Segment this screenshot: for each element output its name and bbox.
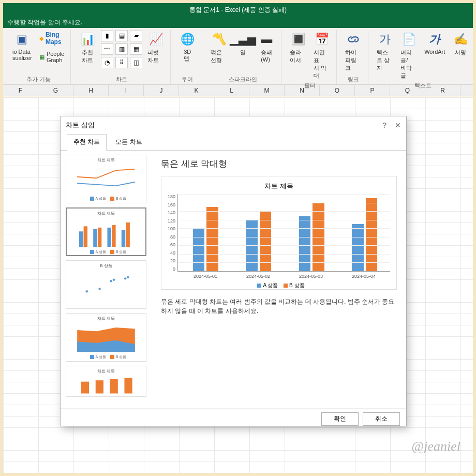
links-group-label: 링크 xyxy=(343,75,364,84)
slicer-button[interactable]: 🔳슬라이서 xyxy=(288,30,308,65)
svg-point-10 xyxy=(110,280,112,282)
pivot-chart-button[interactable]: 📈 피벗 차트 xyxy=(145,30,166,65)
column-header[interactable]: N xyxy=(285,85,320,96)
column-header[interactable]: M xyxy=(249,85,285,96)
thumb-clustered-column[interactable]: 차트 제목 A 상품B 상품 xyxy=(66,207,146,256)
visio-addin[interactable]: ▣ io Data sualizer xyxy=(10,30,34,62)
people-graph-icon: ▦ xyxy=(39,54,44,61)
svg-rect-0 xyxy=(79,231,83,247)
insert-chart-dialog: 차트 삽입 ? ✕ 추천 차트 모든 차트 차트 제목 A 상품B 상품 차트 … xyxy=(60,116,407,426)
combo-chart-icon[interactable]: ◫ xyxy=(130,57,142,68)
svg-rect-3 xyxy=(98,228,101,247)
dialog-title: 차트 삽입 xyxy=(66,121,95,130)
column-header[interactable]: I xyxy=(109,85,144,96)
header-footer-button[interactable]: 📄머리글/ 바닥글 xyxy=(398,30,419,81)
legend-swatch-b xyxy=(284,284,288,288)
sigline-button[interactable]: ✍서명 xyxy=(450,30,471,57)
column-header[interactable]: H xyxy=(73,85,109,96)
legend-b-label: B 상품 xyxy=(289,282,304,288)
hist-chart-icon[interactable]: ▥ xyxy=(115,43,128,55)
thumb-area[interactable]: 차트 제목 A 상품B 상품 xyxy=(66,313,146,362)
bar-chart-icon[interactable]: ▤ xyxy=(115,30,128,41)
textbox-label: 텍스 트 상자 xyxy=(377,49,393,72)
textbox-button[interactable]: 가텍스 트 상자 xyxy=(375,30,395,73)
spark-col-icon: ▁▃▅ xyxy=(234,31,251,48)
tell-me-bar[interactable]: 수행할 작업을 알려 주세요. xyxy=(3,17,473,28)
chart-thumbnail-list[interactable]: 차트 제목 A 상품B 상품 차트 제목 A 상품B 상품 B 상품 xyxy=(61,151,152,408)
column-header[interactable]: L xyxy=(214,85,249,96)
column-header[interactable]: G xyxy=(38,85,73,96)
cancel-button[interactable]: 취소 xyxy=(363,412,400,426)
timeline-button[interactable]: 📅시간 표 시 막대 xyxy=(311,30,332,81)
preview-chart-title: 차트 제목 xyxy=(168,182,390,191)
sparklines-group-label: 스파크라인 xyxy=(209,75,277,84)
dialog-close-button[interactable]: ✕ xyxy=(395,121,401,129)
charts-group-label: 차트 xyxy=(77,75,166,84)
bing-maps-label: Bing Maps xyxy=(46,31,64,46)
bar xyxy=(352,224,364,271)
tours-group-label: 투어 xyxy=(177,75,198,84)
people-graph-label: People Graph xyxy=(47,51,64,63)
line-chart-icon[interactable]: 〰 xyxy=(101,43,113,55)
column-header[interactable]: K xyxy=(179,85,214,96)
hyperlink-button[interactable]: 하이퍼링크 xyxy=(343,30,364,73)
thumb-column[interactable]: 차트 제목 xyxy=(66,366,146,397)
hyperlink-label: 하이퍼링크 xyxy=(345,49,362,72)
app-title-bar: 통합 문서1 - Excel (제품 인증 실패) xyxy=(3,3,473,17)
chart-types-gallery[interactable]: ▮ ▤ ▰ 〰 ▥ ▦ ◔ ⠿ ◫ xyxy=(101,30,142,68)
thumb-scatter[interactable]: B 상품 xyxy=(66,260,146,309)
chart-preview: 차트 제목 180160140120100806040200 2024-05-0… xyxy=(161,176,397,290)
bar xyxy=(193,228,205,271)
thumb-line[interactable]: 차트 제목 A 상품B 상품 xyxy=(66,155,146,203)
svg-point-12 xyxy=(124,277,126,279)
thumb-title: 차트 제목 xyxy=(68,157,144,163)
thumb-title: 차트 제목 xyxy=(69,211,143,216)
rec-chart-label: 추천 차트 xyxy=(82,49,93,64)
textbox-icon: 가 xyxy=(377,31,393,48)
people-graph-button[interactable]: ▦ People Graph xyxy=(37,50,66,64)
bing-icon: ◆ xyxy=(39,35,43,42)
area-chart-icon[interactable]: ▰ xyxy=(130,30,142,41)
tab-all-charts[interactable]: 모든 차트 xyxy=(109,134,148,150)
dialog-help-button[interactable]: ? xyxy=(382,121,386,129)
scatter-chart-icon[interactable]: ⠿ xyxy=(115,57,128,68)
3d-map-button[interactable]: 🌐 3D 맵 xyxy=(177,30,198,64)
svg-point-8 xyxy=(86,290,88,292)
sig-icon: ✍ xyxy=(452,31,469,48)
x-axis: 2024-05-012024-05-022024-05-032024-05-04 xyxy=(168,274,390,279)
column-header[interactable]: J xyxy=(144,85,179,96)
column-header[interactable]: P xyxy=(355,85,390,96)
slicer-icon: 🔳 xyxy=(290,31,306,48)
sparkline-winloss-button[interactable]: ▬승패 (W) xyxy=(256,30,277,64)
tab-recommended[interactable]: 추천 차트 xyxy=(67,134,107,151)
column-chart-icon[interactable]: ▮ xyxy=(101,30,113,41)
spark-line-label: 꺾은선형 xyxy=(211,49,227,64)
thumb-title: 차트 제목 xyxy=(68,316,144,321)
bar xyxy=(206,207,218,271)
column-header[interactable]: O xyxy=(320,85,355,96)
hyperlink-icon xyxy=(345,31,362,48)
tree-chart-icon[interactable]: ▦ xyxy=(130,43,142,55)
bing-maps-button[interactable]: ◆ Bing Maps xyxy=(37,30,66,47)
chart-type-heading: 묶은 세로 막대형 xyxy=(161,158,397,170)
spark-col-label: 열 xyxy=(240,49,246,56)
wordart-label: WordArt xyxy=(424,49,445,55)
recommended-charts-button[interactable]: 📊 추천 차트 xyxy=(77,30,98,65)
column-header[interactable]: R xyxy=(425,85,460,96)
sparkline-line-button[interactable]: 〽️꺾은선형 xyxy=(209,30,229,65)
thumb-title: B 상품 xyxy=(68,263,144,269)
svg-point-9 xyxy=(98,288,100,290)
column-header[interactable]: F xyxy=(3,85,38,96)
svg-rect-4 xyxy=(107,228,111,247)
column-headers[interactable]: FGHIJKLMNOPQR xyxy=(3,85,473,96)
svg-rect-1 xyxy=(84,226,87,247)
pie-chart-icon[interactable]: ◔ xyxy=(101,57,113,68)
wordart-button[interactable]: 가WordArt xyxy=(422,30,447,56)
pivot-chart-icon: 📈 xyxy=(147,31,164,48)
3d-map-label: 3D 맵 xyxy=(184,49,191,63)
column-header[interactable]: Q xyxy=(390,85,425,96)
timeline-icon: 📅 xyxy=(314,31,330,48)
svg-rect-5 xyxy=(112,225,115,247)
ok-button[interactable]: 확인 xyxy=(321,412,359,426)
sparkline-column-button[interactable]: ▁▃▅열 xyxy=(232,30,253,57)
